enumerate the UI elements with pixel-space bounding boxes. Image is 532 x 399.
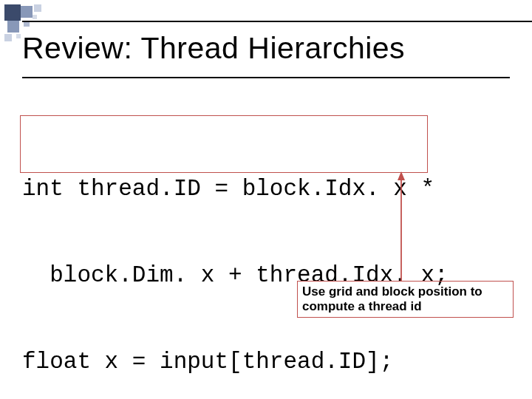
title-rule-top bbox=[22, 21, 532, 22]
annotation-text: Use grid and block position to compute a… bbox=[302, 284, 482, 313]
code-line-3: float x = input[thread.ID]; bbox=[22, 347, 449, 376]
title-rule-bottom bbox=[22, 77, 510, 78]
annotation-callout: Use grid and block position to compute a… bbox=[297, 281, 514, 318]
slide-title: Review: Thread Hierarchies bbox=[22, 31, 405, 66]
code-block: int thread.ID = block.Idx. x * block.Dim… bbox=[22, 117, 449, 399]
code-line-1: int thread.ID = block.Idx. x * bbox=[22, 174, 449, 203]
